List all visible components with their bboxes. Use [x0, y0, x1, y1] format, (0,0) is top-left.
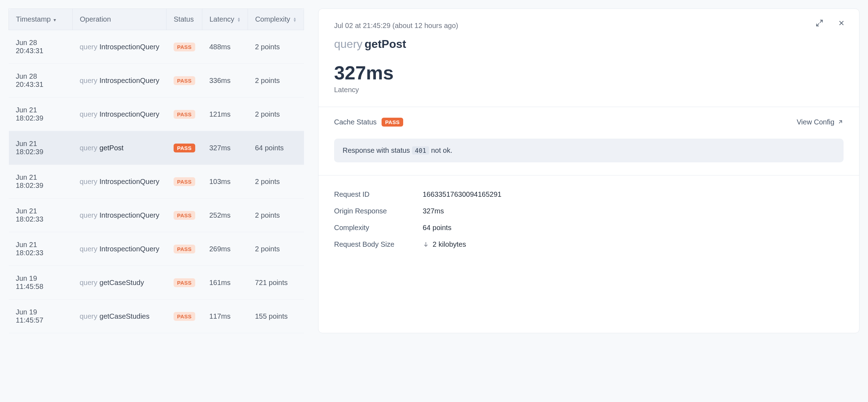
status-badge: PASS	[174, 110, 195, 119]
status-code: 401	[412, 146, 429, 155]
cell-operation: querygetPost	[73, 131, 167, 165]
cell-latency: 269ms	[202, 232, 248, 266]
cell-status: PASS	[167, 232, 202, 266]
detail-query-type: query	[334, 38, 362, 50]
cell-complexity: 2 points	[248, 64, 304, 97]
sort-desc-icon	[53, 15, 56, 23]
status-badge: PASS	[174, 211, 195, 220]
kv-val-origin-response: 327ms	[423, 207, 444, 215]
cell-timestamp: Jun 21 18:02:33	[9, 232, 73, 266]
cell-operation: queryIntrospectionQuery	[73, 97, 167, 131]
status-badge: PASS	[174, 278, 195, 287]
detail-query-name: getPost	[365, 38, 406, 50]
cell-latency: 327ms	[202, 131, 248, 165]
cell-status: PASS	[167, 300, 202, 333]
cell-timestamp: Jun 19 11:45:57	[9, 300, 73, 333]
cell-complexity: 721 points	[248, 266, 304, 300]
table-row[interactable]: Jun 28 20:43:31queryIntrospectionQueryPA…	[9, 64, 304, 97]
cell-complexity: 2 points	[248, 97, 304, 131]
kv-val-request-body-size: 2 kilobytes	[423, 240, 466, 249]
kv-val-request-id: 16633517630094165291	[423, 190, 501, 199]
detail-query-title: querygetPost	[334, 38, 844, 51]
table-row[interactable]: Jun 21 18:02:33queryIntrospectionQueryPA…	[9, 232, 304, 266]
status-badge: PASS	[174, 177, 195, 186]
requests-table: Timestamp Operation Status Latency	[9, 9, 304, 333]
status-badge: PASS	[174, 312, 195, 321]
cell-latency: 252ms	[202, 199, 248, 232]
cell-latency: 161ms	[202, 266, 248, 300]
cell-latency: 103ms	[202, 165, 248, 199]
detail-timestamp: Jul 02 at 21:45:29 (about 12 hours ago)	[334, 22, 844, 30]
table-row[interactable]: Jun 19 11:45:58querygetCaseStudyPASS161m…	[9, 266, 304, 300]
cell-operation: queryIntrospectionQuery	[73, 232, 167, 266]
cell-latency: 121ms	[202, 97, 248, 131]
col-header-operation[interactable]: Operation	[73, 9, 167, 30]
cell-timestamp: Jun 21 18:02:39	[9, 131, 73, 165]
col-header-latency[interactable]: Latency	[202, 9, 248, 30]
cell-complexity: 2 points	[248, 232, 304, 266]
table-row[interactable]: Jun 21 18:02:39querygetPostPASS327ms64 p…	[9, 131, 304, 165]
cell-timestamp: Jun 21 18:02:33	[9, 199, 73, 232]
cell-latency: 117ms	[202, 300, 248, 333]
sort-both-icon	[237, 17, 241, 22]
col-header-status[interactable]: Status	[167, 9, 202, 30]
cell-latency: 488ms	[202, 30, 248, 64]
cell-latency: 336ms	[202, 64, 248, 97]
cell-status: PASS	[167, 30, 202, 64]
cell-operation: queryIntrospectionQuery	[73, 30, 167, 64]
kv-key-request-body-size: Request Body Size	[334, 240, 423, 249]
cell-complexity: 155 points	[248, 300, 304, 333]
cell-status: PASS	[167, 64, 202, 97]
cell-status: PASS	[167, 199, 202, 232]
arrow-down-icon	[423, 241, 429, 247]
cache-status-label: Cache Status	[334, 118, 377, 126]
kv-key-complexity: Complexity	[334, 224, 423, 232]
cell-status: PASS	[167, 97, 202, 131]
table-row[interactable]: Jun 21 18:02:39queryIntrospectionQueryPA…	[9, 97, 304, 131]
request-detail-panel: Jul 02 at 21:45:29 (about 12 hours ago) …	[318, 9, 859, 333]
cell-operation: queryIntrospectionQuery	[73, 199, 167, 232]
status-badge: PASS	[174, 76, 195, 85]
view-config-link[interactable]: View Config	[797, 118, 844, 126]
cell-complexity: 2 points	[248, 199, 304, 232]
status-badge: PASS	[174, 144, 195, 152]
detail-latency-value: 327ms	[334, 63, 844, 83]
table-row[interactable]: Jun 21 18:02:39queryIntrospectionQueryPA…	[9, 165, 304, 199]
cell-status: PASS	[167, 165, 202, 199]
col-header-timestamp[interactable]: Timestamp	[9, 9, 73, 30]
requests-table-panel: Timestamp Operation Status Latency	[9, 9, 304, 333]
close-icon[interactable]	[836, 18, 846, 28]
cell-status: PASS	[167, 266, 202, 300]
sort-both-icon	[293, 17, 297, 22]
table-row[interactable]: Jun 19 11:45:57querygetCaseStudiesPASS11…	[9, 300, 304, 333]
cell-timestamp: Jun 21 18:02:39	[9, 97, 73, 131]
cell-complexity: 2 points	[248, 30, 304, 64]
status-badge: PASS	[174, 43, 195, 51]
expand-icon[interactable]	[815, 18, 824, 28]
kv-key-origin-response: Origin Response	[334, 207, 423, 215]
cell-operation: querygetCaseStudy	[73, 266, 167, 300]
kv-key-request-id: Request ID	[334, 190, 423, 199]
external-link-icon	[837, 119, 844, 125]
cell-operation: querygetCaseStudies	[73, 300, 167, 333]
cell-status: PASS	[167, 131, 202, 165]
col-header-complexity[interactable]: Complexity	[248, 9, 304, 30]
detail-properties: Request ID 16633517630094165291 Origin R…	[319, 175, 859, 260]
cell-complexity: 64 points	[248, 131, 304, 165]
cell-timestamp: Jun 19 11:45:58	[9, 266, 73, 300]
detail-latency-label: Latency	[334, 86, 844, 94]
table-row[interactable]: Jun 28 20:43:31queryIntrospectionQueryPA…	[9, 30, 304, 64]
cell-operation: queryIntrospectionQuery	[73, 165, 167, 199]
cache-status-badge: PASS	[382, 118, 403, 127]
status-badge: PASS	[174, 245, 195, 253]
status-alert: Response with status 401 not ok.	[334, 139, 844, 162]
cell-timestamp: Jun 21 18:02:39	[9, 165, 73, 199]
table-row[interactable]: Jun 21 18:02:33queryIntrospectionQueryPA…	[9, 199, 304, 232]
cell-timestamp: Jun 28 20:43:31	[9, 64, 73, 97]
kv-val-complexity: 64 points	[423, 224, 451, 232]
col-header-timestamp-label: Timestamp	[16, 15, 51, 23]
cell-complexity: 2 points	[248, 165, 304, 199]
cell-timestamp: Jun 28 20:43:31	[9, 30, 73, 64]
cell-operation: queryIntrospectionQuery	[73, 64, 167, 97]
